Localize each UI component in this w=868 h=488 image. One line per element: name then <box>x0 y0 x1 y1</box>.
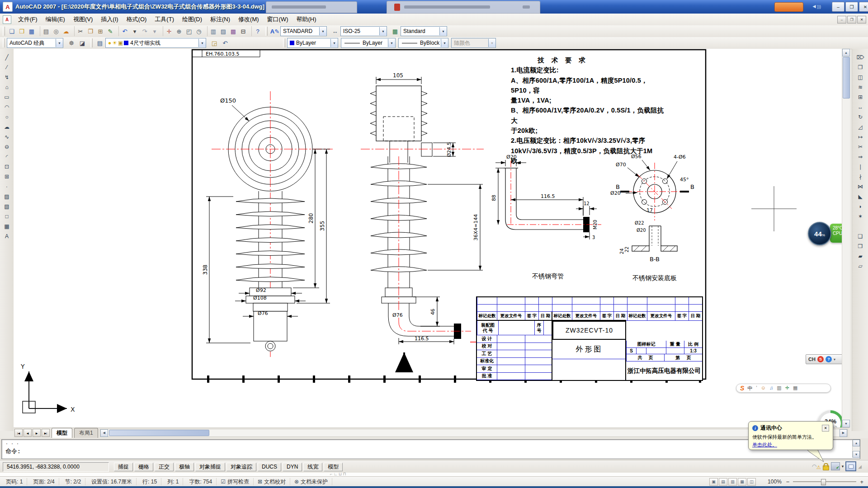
dim-style-combo[interactable]: ISO-25▼ <box>340 26 387 36</box>
region-icon[interactable]: □ <box>2 211 12 221</box>
pan-icon[interactable]: ✛ <box>164 26 174 36</box>
command-scrollbar[interactable]: ▲ ▼ <box>852 440 860 458</box>
status-toggle-button[interactable]: 栅格 <box>134 463 153 471</box>
scroll-up-icon[interactable]: ▲ <box>842 49 850 56</box>
cut-icon[interactable]: ✂ <box>75 26 85 36</box>
command-window[interactable]: . . . 命令: ▲ ▼ <box>0 438 868 460</box>
window-button[interactable]: ❐ <box>845 2 858 12</box>
ime-language-bar[interactable]: CH S ? ▾ <box>806 354 842 364</box>
canvas-vscrollbar[interactable]: ▲ ▼ <box>842 49 850 427</box>
draworder-front-icon[interactable]: ❑ <box>855 231 865 241</box>
command-prompt[interactable]: 命令: <box>2 446 860 456</box>
window-button[interactable]: – <box>832 2 844 12</box>
explode-icon[interactable]: ✶ <box>855 211 865 221</box>
sogou-logo[interactable]: S <box>740 385 744 392</box>
tab-nav-arrow[interactable]: |◀ <box>14 429 23 437</box>
status-toggle-button[interactable]: 捕捉 <box>114 463 133 471</box>
layer-manager-icon[interactable]: ▤ <box>95 38 104 47</box>
draworder-under-icon[interactable]: ▱ <box>855 261 865 271</box>
publish-icon[interactable]: ☁ <box>61 26 71 36</box>
scroll-right-icon[interactable]: ▶ <box>840 429 847 437</box>
word-status-item[interactable]: 设置值: 16.7厘米 <box>85 478 137 485</box>
coordinate-readout[interactable]: 5416.3951, -683.3288, 0.0000 <box>3 462 109 472</box>
cad-standards-icon[interactable]: ✔ <box>831 462 840 470</box>
toolbar-icon[interactable] <box>204 26 208 36</box>
chevron-down-icon[interactable]: ▼ <box>379 27 387 35</box>
view-mode-icon[interactable]: ▤ <box>719 478 727 486</box>
toolbar-grip[interactable] <box>3 27 5 36</box>
mirror-icon[interactable]: ◫ <box>855 72 865 82</box>
menu-item[interactable]: 帮助(H) <box>292 14 321 25</box>
arc-icon[interactable]: ◠ <box>2 102 12 112</box>
ellipse-icon[interactable]: ⊖ <box>2 142 12 152</box>
chevron-down-icon[interactable]: ▼ <box>330 39 338 47</box>
hatch-icon[interactable]: ▨ <box>2 192 12 202</box>
tab-nav-arrow[interactable]: ▶| <box>42 429 50 437</box>
gradient-icon[interactable]: ▧ <box>2 202 12 211</box>
tab-model[interactable]: 模型 <box>52 428 72 438</box>
sogou-toolbar[interactable]: S 中’☺♫▥✛▦ <box>736 384 831 393</box>
zoom-window-icon[interactable]: ◰ <box>184 26 194 36</box>
sogou-tool-icon[interactable]: ’ <box>756 385 757 392</box>
table-style-icon[interactable]: ▦ <box>391 27 400 36</box>
sogou-tool-icon[interactable]: ✛ <box>785 385 789 392</box>
fillet-icon[interactable]: ◗ <box>855 202 865 211</box>
scroll-down-icon[interactable]: ▼ <box>842 420 850 427</box>
make-block-icon[interactable]: ⊞ <box>2 172 12 182</box>
speaker-icon[interactable]: ◄))) <box>811 3 821 9</box>
layer-combo[interactable]: ● ☀ ▣ 4尺寸细实线 ▼ <box>105 38 206 48</box>
status-toggle-button[interactable]: 模型 <box>324 463 343 471</box>
zoom-level[interactable]: 100% <box>768 479 782 485</box>
toolbar-grip[interactable] <box>90 38 93 47</box>
status-toggle-button[interactable]: 对象追踪 <box>226 463 256 471</box>
menu-item[interactable]: 格式(O) <box>123 14 151 25</box>
chevron-down-icon[interactable]: ▼ <box>388 39 395 47</box>
chevron-down-icon[interactable]: ▼ <box>319 27 326 35</box>
zoom-previous-icon[interactable]: ◷ <box>194 26 204 36</box>
scale-icon[interactable]: ◿ <box>855 122 865 132</box>
zoom-slider[interactable] <box>793 481 856 482</box>
chamfer-icon[interactable]: ◣ <box>855 192 865 202</box>
menu-item[interactable]: 工具(T) <box>151 14 178 25</box>
table-style-combo[interactable]: Standard▼ <box>401 26 447 36</box>
view-mode-icon[interactable]: ▥ <box>728 478 737 486</box>
word-status-item[interactable]: 页码: 1 <box>0 478 27 485</box>
save-icon[interactable]: ▦ <box>27 26 37 36</box>
zoom-realtime-icon[interactable]: ⊕ <box>174 26 184 36</box>
insert-block-icon[interactable]: ⊡ <box>2 162 12 172</box>
plot-icon[interactable]: ▤ <box>41 26 51 36</box>
polyline-icon[interactable]: ↯ <box>2 72 12 82</box>
redo-dropdown-icon[interactable]: ▾ <box>150 26 160 36</box>
text-style-icon[interactable]: A✎ <box>270 27 279 36</box>
ellipse-arc-icon[interactable]: ◜ <box>2 152 12 162</box>
lineweight-combo[interactable]: ByBlock▼ <box>398 38 448 48</box>
recording-overlay-button[interactable] <box>774 2 803 12</box>
calculator-icon[interactable]: ⊟ <box>238 26 248 36</box>
array-icon[interactable]: ⊞ <box>855 92 865 102</box>
toolbar-icon[interactable] <box>248 26 252 36</box>
word-status-item[interactable]: ⊠文档校对 <box>254 478 290 485</box>
status-toggle-button[interactable]: 对象捕捉 <box>195 463 225 471</box>
undo-icon[interactable]: ↶ <box>120 26 130 36</box>
linetype-combo[interactable]: ByLayer▼ <box>341 38 396 48</box>
chevron-down-icon[interactable]: ▼ <box>439 27 447 35</box>
cpu-usage-badge[interactable]: 44% <box>808 222 831 245</box>
move-icon[interactable]: ↔ <box>855 102 865 112</box>
resize-grip[interactable]: ◢ <box>858 464 862 469</box>
chevron-down-icon[interactable]: ▼ <box>441 39 448 47</box>
menu-item[interactable]: 窗口(W) <box>263 14 292 25</box>
layer-previous-icon[interactable]: ↶ <box>221 38 230 47</box>
layer-freeze-icon[interactable]: ☀ <box>112 40 117 46</box>
erase-icon[interactable]: ⌦ <box>855 52 865 62</box>
sogou-tool-icon[interactable]: ♫ <box>769 385 773 392</box>
menu-item[interactable]: 文件(F) <box>14 14 42 25</box>
dim-style-icon[interactable]: ↔ <box>330 27 340 36</box>
redo-icon[interactable]: ↷ <box>140 26 150 36</box>
new-icon[interactable]: ❏ <box>7 26 17 36</box>
view-mode-icon[interactable]: ▦ <box>738 478 746 486</box>
clean-screen-button[interactable] <box>845 461 856 471</box>
menu-item[interactable]: 绘图(D) <box>178 14 206 25</box>
toolbar-grip[interactable] <box>265 27 268 36</box>
toolbar-icon[interactable] <box>71 26 75 36</box>
modify-tool-icon[interactable] <box>855 221 865 231</box>
